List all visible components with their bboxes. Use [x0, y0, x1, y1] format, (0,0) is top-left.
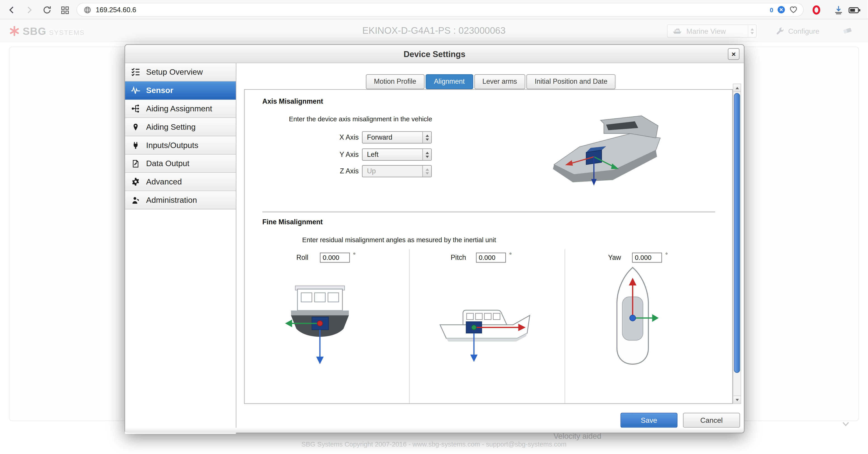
- sidebar-item-aiding-setting[interactable]: Aiding Setting: [125, 118, 236, 136]
- reload-icon[interactable]: [41, 4, 53, 16]
- yaw-input[interactable]: [632, 253, 662, 262]
- tab-initial-position-and-date[interactable]: Initial Position and Date: [526, 74, 616, 89]
- dialog-bottom-strip: [125, 428, 744, 433]
- column-divider: [409, 249, 409, 404]
- close-button[interactable]: ×: [728, 48, 739, 60]
- opera-menu-icon[interactable]: [810, 4, 823, 16]
- section-divider: [262, 211, 715, 212]
- plug-icon: [131, 141, 141, 150]
- z-axis-label: Z Axis: [306, 165, 359, 177]
- forward-icon[interactable]: [23, 4, 35, 16]
- gear-icon: [131, 177, 141, 186]
- spinner-arrows-icon[interactable]: [422, 132, 431, 143]
- boat-front-view-image: [282, 285, 358, 370]
- sidebar-item-aiding-assignment[interactable]: Aiding Assignment: [125, 100, 236, 118]
- column-divider: [565, 249, 565, 404]
- axis-misalignment-instruction: Enter the device axis misalignment in th…: [289, 115, 432, 123]
- boat-top-view-image: [606, 265, 660, 372]
- pitch-label: Pitch: [433, 253, 466, 262]
- download-icon[interactable]: [833, 4, 845, 16]
- x-axis-label: X Axis: [306, 131, 359, 143]
- sidebar-item-administration[interactable]: Administration: [125, 191, 236, 209]
- degree-unit: °: [509, 251, 512, 258]
- device-settings-dialog: Device Settings × Setup Overview Sensor: [125, 45, 745, 433]
- node-tree-icon: [131, 104, 141, 113]
- screen: 169.254.60.6 0: [0, 0, 868, 454]
- dialog-title: Device Settings: [125, 45, 744, 63]
- fine-misalignment-heading: Fine Misalignment: [262, 219, 323, 226]
- waveform-icon: [131, 86, 141, 94]
- map-pin-icon: [131, 122, 141, 131]
- circle-x-badge-icon[interactable]: [777, 5, 785, 14]
- sidebar-item-sensor[interactable]: Sensor: [125, 82, 236, 100]
- settings-sidebar: Setup Overview Sensor Aiding Assignment …: [125, 63, 236, 434]
- spinner-arrows-icon[interactable]: [422, 149, 431, 160]
- save-button[interactable]: Save: [620, 413, 677, 428]
- axis-misalignment-heading: Axis Misalignment: [262, 97, 323, 105]
- scrollbar-thumb[interactable]: [734, 93, 740, 373]
- x-axis-select[interactable]: Forward: [362, 131, 432, 143]
- y-axis-label: Y Axis: [306, 148, 359, 161]
- document-edit-icon: [131, 159, 141, 168]
- cancel-button[interactable]: Cancel: [683, 413, 740, 428]
- z-axis-select: Up: [362, 165, 432, 177]
- roll-input[interactable]: [320, 253, 350, 262]
- browser-toolbar: 169.254.60.6 0: [0, 0, 868, 20]
- fine-misalignment-instruction: Enter residual misalignment angles as me…: [302, 236, 496, 244]
- address-bar[interactable]: 169.254.60.6 0: [76, 3, 804, 17]
- sidebar-item-setup-overview[interactable]: Setup Overview: [125, 63, 236, 82]
- blocked-count-text: 0: [770, 6, 773, 13]
- panel-scrollbar[interactable]: [733, 84, 741, 404]
- pitch-input[interactable]: [476, 253, 506, 262]
- alignment-panel: Axis Misalignment Enter the device axis …: [244, 89, 733, 404]
- speed-dial-icon[interactable]: [59, 4, 71, 16]
- yaw-label: Yaw: [588, 253, 621, 262]
- heart-icon[interactable]: [789, 5, 798, 14]
- globe-icon: [84, 6, 91, 13]
- degree-unit: °: [353, 251, 355, 258]
- url-text: 169.254.60.6: [96, 6, 136, 13]
- boat-side-view-image: [434, 290, 537, 366]
- degree-unit: °: [665, 251, 668, 258]
- battery-icon[interactable]: [848, 4, 861, 16]
- scroll-down-icon[interactable]: [734, 396, 741, 403]
- tab-alignment[interactable]: Alignment: [426, 74, 473, 89]
- scroll-up-icon[interactable]: [734, 84, 741, 92]
- admin-user-icon: [131, 196, 141, 204]
- settings-tabs: Motion Profile Alignment Lever arms Init…: [236, 74, 745, 89]
- back-icon[interactable]: [5, 4, 18, 16]
- boat-3d-image: [546, 98, 668, 189]
- spinner-arrows-icon: [422, 166, 431, 177]
- checklist-icon: [131, 68, 141, 77]
- sidebar-item-data-output[interactable]: Data Output: [125, 154, 236, 173]
- tab-lever-arms[interactable]: Lever arms: [474, 74, 525, 89]
- y-axis-select[interactable]: Left: [362, 148, 432, 161]
- dialog-titlebar: Device Settings ×: [125, 45, 744, 63]
- sidebar-item-advanced[interactable]: Advanced: [125, 173, 236, 191]
- roll-label: Roll: [275, 253, 308, 262]
- tab-motion-profile[interactable]: Motion Profile: [366, 74, 425, 89]
- sidebar-item-inputs-outputs[interactable]: Inputs/Outputs: [125, 136, 236, 154]
